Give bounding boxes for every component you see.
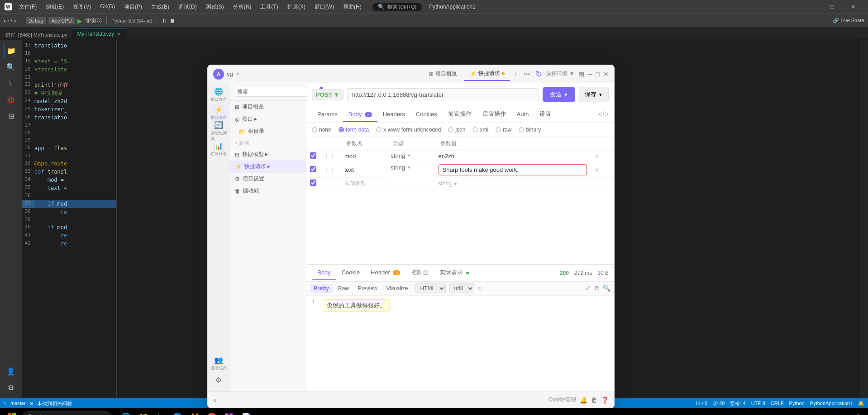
- resp-tab-console[interactable]: 控制台: [405, 265, 434, 281]
- code-view-icon[interactable]: </>: [598, 110, 609, 118]
- menu-edit[interactable]: 编辑(E): [42, 2, 67, 12]
- opt-json[interactable]: json: [448, 127, 465, 133]
- activity-account[interactable]: 👤: [4, 364, 18, 378]
- opt-binary[interactable]: binary: [519, 127, 541, 133]
- layout-icon[interactable]: ▤: [578, 71, 584, 78]
- tab-project-overview[interactable]: ⊞ 项目概览: [424, 67, 463, 80]
- req-tab-headers[interactable]: Headers: [377, 107, 410, 122]
- row1-checkbox[interactable]: [310, 152, 316, 159]
- row1-value-input[interactable]: [439, 153, 587, 160]
- minimize-button[interactable]: ─: [801, 0, 822, 14]
- menu-file[interactable]: 文件(F): [15, 2, 40, 12]
- collapse-nav-button[interactable]: «: [213, 396, 217, 404]
- close-apifox-button[interactable]: ✕: [603, 71, 609, 78]
- sidebar-icon-interface[interactable]: 🌐 接口管理: [210, 87, 227, 103]
- copy-icon[interactable]: ⧉: [595, 284, 599, 292]
- send-button[interactable]: 发送 ▼: [543, 87, 575, 102]
- row2-checkbox[interactable]: [310, 166, 316, 172]
- nav-item-quick-req[interactable]: ⚡ 快捷请求 ▸: [229, 160, 306, 173]
- tab-quick-request[interactable]: ⚡ 快捷请求: [464, 67, 510, 81]
- sidebar-icon-members[interactable]: 👥 邀请成员: [210, 355, 227, 372]
- activity-settings[interactable]: ⚙: [4, 380, 18, 395]
- req-tab-params[interactable]: Params: [312, 107, 343, 122]
- add-root-item[interactable]: + 新增: [229, 137, 306, 148]
- req-tab-body[interactable]: Body 2: [343, 107, 377, 122]
- activity-git[interactable]: ⑂: [4, 76, 18, 90]
- req-tab-cookies[interactable]: Cookies: [410, 107, 443, 122]
- taskbar-search[interactable]: 🔍 搜索: [22, 411, 112, 415]
- git-branch-icon[interactable]: ⑂: [4, 400, 7, 406]
- maximize-button[interactable]: □: [822, 0, 843, 14]
- more-tabs-button[interactable]: •••: [522, 71, 532, 78]
- url-input[interactable]: [347, 88, 539, 101]
- method-select[interactable]: POST ▼: [312, 89, 343, 100]
- pause-icon[interactable]: ⏸: [162, 18, 167, 24]
- nav-item-root[interactable]: 📁 根目录: [229, 125, 306, 137]
- taskbar-icon-chrome[interactable]: 🔵: [169, 409, 186, 415]
- cookie-mgmt-button[interactable]: Cookie管理: [548, 396, 576, 404]
- opt-raw[interactable]: raw: [496, 127, 511, 133]
- row1-drag-handle[interactable]: ⋮⋮: [324, 153, 335, 160]
- resp-tab-body[interactable]: Body: [312, 265, 336, 280]
- taskbar-icon-2[interactable]: 🔴: [204, 409, 220, 415]
- menu-project[interactable]: 项目(P): [120, 2, 146, 12]
- debug-select[interactable]: Debug: [26, 17, 46, 24]
- stop-icon[interactable]: ⏹: [170, 18, 175, 24]
- save-button[interactable]: 保存 ▼: [579, 87, 609, 102]
- resp-tab-actual[interactable]: 实际请求: [434, 265, 474, 281]
- search-resp-icon[interactable]: 🔍: [603, 284, 610, 292]
- row3-checkbox[interactable]: [310, 179, 316, 186]
- no-problems-label[interactable]: 未找到相关问题: [37, 400, 72, 407]
- expand-icon[interactable]: ⤢: [586, 284, 591, 292]
- encoding-select[interactable]: utf8 gbk: [449, 283, 474, 293]
- fmt-tab-visualize[interactable]: Visualize: [383, 284, 412, 293]
- taskbar-icon-explorer[interactable]: 📁: [135, 409, 151, 415]
- env-select[interactable]: 选择环境 ▼: [546, 70, 574, 78]
- row2-value-input[interactable]: [443, 166, 583, 173]
- nav-item-trash[interactable]: 🗑 回收站: [229, 185, 306, 197]
- menu-build[interactable]: 生成(B): [148, 2, 173, 12]
- notification-icon[interactable]: 🔔: [580, 396, 587, 404]
- req-tab-post[interactable]: 后置操作: [477, 106, 511, 123]
- menu-analyze[interactable]: 分析(N): [229, 2, 255, 12]
- start-button[interactable]: [4, 409, 20, 415]
- row2-type-dropdown[interactable]: ▼: [407, 165, 411, 170]
- taskbar-icon-1[interactable]: 🦊: [186, 409, 203, 415]
- redo-button[interactable]: ↪: [11, 17, 16, 24]
- opt-xml[interactable]: xml: [472, 127, 488, 133]
- editor-tab-active[interactable]: MyTranslate.py ✕: [72, 28, 126, 39]
- row2-drag-handle[interactable]: ⋮⋮: [324, 166, 335, 173]
- save-dropdown-icon[interactable]: ▼: [598, 92, 603, 97]
- row1-delete-button[interactable]: ✕: [594, 153, 600, 160]
- undo-button[interactable]: ↩: [4, 17, 9, 24]
- fmt-tab-preview[interactable]: Preview: [354, 284, 381, 293]
- run-button[interactable]: ▶: [77, 17, 82, 24]
- activity-extensions[interactable]: ⊞: [4, 108, 18, 123]
- taskbar-icon-store[interactable]: 🛍: [152, 409, 168, 415]
- sidebar-icon-auto[interactable]: 🔄 自动化测试: [210, 123, 227, 139]
- opt-none[interactable]: none: [312, 127, 331, 133]
- resp-tab-cookie[interactable]: Cookie: [336, 265, 365, 280]
- menu-extensions[interactable]: 扩展(X): [284, 2, 309, 12]
- resp-tab-header[interactable]: Header 3: [365, 265, 405, 280]
- menu-git[interactable]: Git(G): [96, 2, 119, 12]
- user-dropdown-icon[interactable]: ▼: [236, 71, 240, 76]
- help-footer-icon[interactable]: ❓: [601, 396, 609, 404]
- word-wrap-icon[interactable]: ≡: [478, 285, 482, 292]
- taskbar-icon-edge[interactable]: 🌐: [118, 409, 134, 415]
- menu-help[interactable]: 帮助(H): [339, 2, 365, 12]
- req-tab-auth[interactable]: Auth: [511, 107, 534, 122]
- nav-item-interface[interactable]: ◎ 接口 ▸: [229, 113, 306, 125]
- nav-search-input[interactable]: [234, 87, 308, 97]
- row3-type-dropdown[interactable]: ▼: [453, 181, 458, 186]
- menu-window[interactable]: 窗口(W): [311, 2, 338, 12]
- fmt-tab-pretty[interactable]: Pretty: [310, 284, 333, 293]
- fmt-tab-raw[interactable]: Raw: [334, 284, 353, 293]
- sidebar-icon-quick[interactable]: ⚡ 接口管理: [210, 105, 227, 121]
- editor-tab-close[interactable]: ✕: [117, 32, 120, 37]
- trash-footer-icon[interactable]: 🗑: [591, 396, 597, 404]
- taskbar-icon-vs[interactable]: 💜: [221, 409, 237, 415]
- taskbar-icon-file[interactable]: 📄: [238, 409, 254, 415]
- format-type-select[interactable]: HTML JSON Text: [415, 283, 446, 293]
- cpu-select[interactable]: Any CPU: [48, 17, 74, 24]
